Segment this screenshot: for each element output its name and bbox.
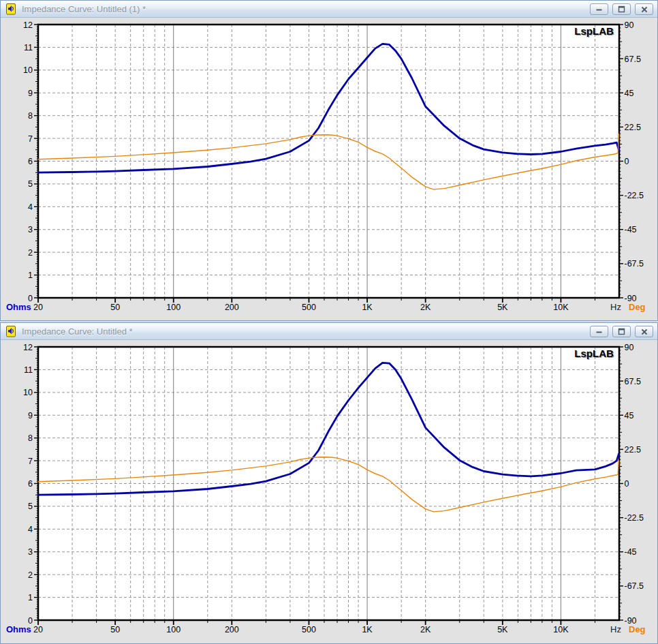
svg-text:8: 8 bbox=[28, 111, 33, 121]
deg-axis-label: Deg bbox=[629, 624, 646, 634]
svg-text:11: 11 bbox=[24, 43, 33, 52]
svg-text:3: 3 bbox=[28, 547, 33, 557]
impedance-chart: 20501002005001K2K5K10K0123456789101112-9… bbox=[1, 340, 656, 643]
svg-text:0: 0 bbox=[625, 479, 629, 489]
svg-text:-45: -45 bbox=[625, 225, 637, 234]
impedance-chart: 20501002005001K2K5K10K0123456789101112-9… bbox=[1, 18, 656, 320]
svg-text:100: 100 bbox=[166, 303, 181, 312]
speaker-document-icon[interactable] bbox=[5, 3, 17, 15]
svg-text:2K: 2K bbox=[420, 303, 431, 312]
minimize-button[interactable] bbox=[590, 3, 608, 15]
svg-text:5: 5 bbox=[28, 502, 33, 511]
svg-text:2K: 2K bbox=[420, 625, 431, 634]
svg-text:90: 90 bbox=[625, 20, 634, 30]
svg-text:10: 10 bbox=[23, 388, 33, 397]
svg-text:22.5: 22.5 bbox=[625, 123, 641, 132]
svg-text:4: 4 bbox=[28, 525, 33, 534]
svg-text:-67.5: -67.5 bbox=[625, 259, 644, 269]
window-title: Impedance Curve: Untitled * bbox=[22, 326, 133, 337]
svg-text:5K: 5K bbox=[497, 625, 508, 634]
svg-text:67.5: 67.5 bbox=[625, 55, 641, 64]
ohms-axis-label: Ohms bbox=[6, 624, 31, 634]
svg-text:200: 200 bbox=[225, 303, 239, 312]
svg-text:0: 0 bbox=[625, 157, 629, 166]
restore-button[interactable] bbox=[612, 326, 631, 337]
svg-text:100: 100 bbox=[166, 625, 181, 634]
svg-text:2: 2 bbox=[28, 570, 33, 580]
svg-text:-22.5: -22.5 bbox=[625, 513, 644, 523]
brand-label: LspLAB bbox=[574, 348, 614, 359]
svg-text:22.5: 22.5 bbox=[625, 445, 641, 455]
svg-text:10K: 10K bbox=[553, 303, 569, 312]
svg-text:1: 1 bbox=[28, 593, 33, 602]
svg-text:11: 11 bbox=[24, 365, 33, 375]
svg-text:12: 12 bbox=[23, 20, 33, 30]
chart-client-area: 20501002005001K2K5K10K0123456789101112-9… bbox=[1, 18, 657, 320]
brand-label: LspLAB bbox=[574, 25, 614, 37]
svg-text:20: 20 bbox=[33, 625, 43, 634]
svg-text:9: 9 bbox=[28, 411, 33, 420]
svg-text:9: 9 bbox=[28, 89, 33, 98]
svg-text:1: 1 bbox=[28, 271, 33, 280]
svg-text:3: 3 bbox=[28, 225, 33, 234]
hz-axis-label: Hz bbox=[610, 302, 621, 312]
svg-text:10K: 10K bbox=[553, 625, 569, 634]
ohms-axis-label: Ohms bbox=[6, 302, 31, 312]
svg-text:4: 4 bbox=[28, 202, 33, 212]
svg-text:200: 200 bbox=[225, 625, 239, 634]
svg-text:67.5: 67.5 bbox=[625, 377, 641, 386]
impedance-window-1: Impedance Curve: Untitled (1) * 20501002… bbox=[0, 0, 658, 321]
restore-button[interactable] bbox=[612, 3, 631, 15]
svg-text:10: 10 bbox=[23, 65, 33, 75]
svg-text:1K: 1K bbox=[362, 625, 373, 634]
svg-text:6: 6 bbox=[28, 479, 33, 489]
svg-text:6: 6 bbox=[28, 157, 33, 166]
svg-text:8: 8 bbox=[28, 433, 33, 443]
svg-text:500: 500 bbox=[302, 625, 316, 634]
svg-text:5: 5 bbox=[28, 179, 33, 189]
svg-text:7: 7 bbox=[28, 457, 33, 466]
deg-axis-label: Deg bbox=[629, 302, 646, 312]
svg-text:20: 20 bbox=[33, 303, 43, 312]
svg-text:45: 45 bbox=[625, 89, 634, 98]
window-title: Impedance Curve: Untitled (1) * bbox=[22, 4, 146, 14]
chart-client-area: 20501002005001K2K5K10K0123456789101112-9… bbox=[1, 340, 657, 643]
close-button[interactable] bbox=[635, 326, 653, 337]
svg-text:2: 2 bbox=[28, 248, 33, 258]
svg-text:12: 12 bbox=[23, 343, 33, 352]
mdi-workspace: Impedance Curve: Untitled (1) * 20501002… bbox=[0, 0, 658, 644]
svg-text:50: 50 bbox=[110, 303, 120, 312]
hz-axis-label: Hz bbox=[610, 624, 621, 634]
svg-text:-67.5: -67.5 bbox=[625, 581, 644, 591]
minimize-button[interactable] bbox=[590, 326, 608, 337]
svg-text:-45: -45 bbox=[625, 547, 637, 557]
svg-text:1K: 1K bbox=[362, 303, 373, 312]
svg-text:7: 7 bbox=[28, 134, 33, 144]
svg-text:45: 45 bbox=[625, 411, 634, 420]
svg-text:500: 500 bbox=[302, 303, 316, 312]
close-button[interactable] bbox=[635, 3, 653, 15]
titlebar[interactable]: Impedance Curve: Untitled (1) * bbox=[1, 1, 657, 18]
impedance-window-2: Impedance Curve: Untitled * 205010020050… bbox=[0, 322, 658, 644]
svg-text:90: 90 bbox=[625, 343, 634, 352]
speaker-document-icon[interactable] bbox=[5, 326, 17, 337]
titlebar[interactable]: Impedance Curve: Untitled * bbox=[1, 323, 657, 340]
svg-text:5K: 5K bbox=[497, 303, 508, 312]
svg-text:-22.5: -22.5 bbox=[625, 191, 644, 200]
svg-text:50: 50 bbox=[110, 625, 120, 634]
